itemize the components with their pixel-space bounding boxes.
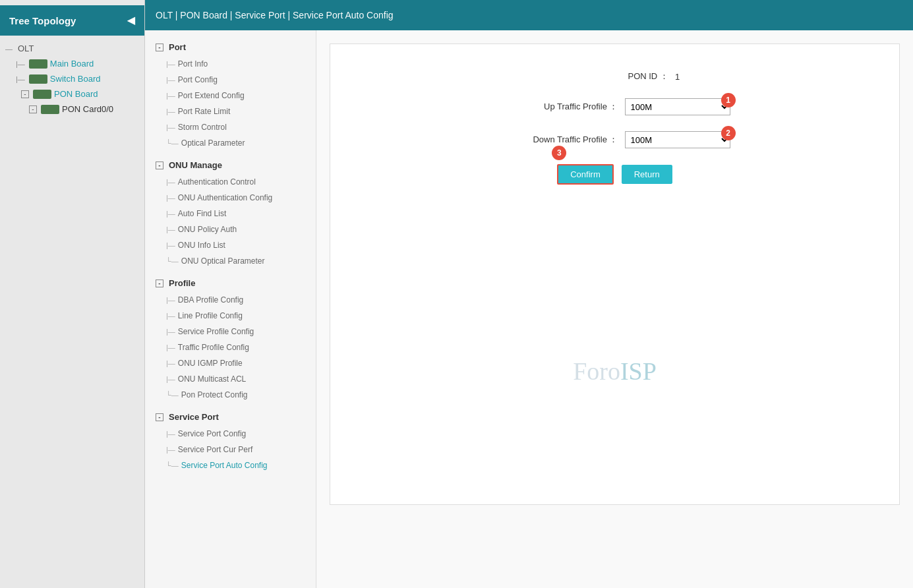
switch-board-label: Switch Board — [50, 74, 101, 84]
connector: |— — [16, 75, 25, 83]
nav-section-port-header[interactable]: - Port — [145, 38, 316, 56]
port-info-label: Port Info — [178, 59, 208, 69]
connector-icon: |— — [166, 194, 175, 202]
return-button[interactable]: Return — [622, 165, 672, 184]
nav-item-auth-control[interactable]: |— Authentication Control — [145, 174, 316, 190]
nav-item-service-port-cur-perf[interactable]: |— Service Port Cur Perf — [145, 442, 316, 457]
confirm-wrapper: Confirm 3 — [557, 164, 614, 185]
connector-icon: |— — [166, 241, 175, 249]
service-port-section-label: Service Port — [169, 412, 219, 422]
down-traffic-select[interactable]: 100M 200M 500M 1G — [625, 131, 730, 148]
nav-section-port: - Port |— Port Info |— Port Config |— Po… — [145, 38, 316, 151]
nav-item-traffic-profile[interactable]: |— Traffic Profile Config — [145, 339, 316, 355]
nav-item-onu-policy[interactable]: |— ONU Policy Auth — [145, 221, 316, 237]
connector-icon: |— — [166, 60, 175, 68]
connector-icon: └— — [166, 461, 179, 469]
confirm-button[interactable]: Confirm — [557, 164, 614, 185]
connector-icon: |— — [166, 123, 175, 131]
right-panel: PON ID ： 1 Up Traffic Profile ： 100M 200… — [316, 30, 913, 588]
tree-node-switch-board[interactable]: |— Switch Board — [0, 71, 144, 86]
collapse-icon[interactable]: ◀ — [127, 15, 135, 26]
up-traffic-select[interactable]: 100M 200M 500M 1G — [625, 98, 730, 115]
connector-icon: |— — [166, 375, 175, 383]
connector-icon: |— — [166, 312, 175, 320]
nav-section-onu-header[interactable]: - ONU Manage — [145, 156, 316, 174]
nav-item-line-profile[interactable]: |— Line Profile Config — [145, 308, 316, 324]
expand-profile[interactable]: - — [156, 279, 163, 287]
sidebar-title: Tree Topology ◀ — [0, 5, 144, 36]
form-panel: PON ID ： 1 Up Traffic Profile ： 100M 200… — [330, 44, 900, 505]
nav-section-onu: - ONU Manage |— Authentication Control |… — [145, 156, 316, 269]
tree-node-pon-board[interactable]: - PON Board — [0, 86, 144, 102]
nav-item-port-info[interactable]: |— Port Info — [145, 56, 316, 72]
pon-card-label: PON Card0/0 — [62, 104, 113, 114]
sidebar-title-label: Tree Topology — [9, 15, 76, 26]
tree-topology: — OLT |— Main Board |— Switch Board - PO… — [0, 36, 144, 122]
connector-icon: |— — [166, 107, 175, 115]
port-extend-label: Port Extend Config — [178, 91, 245, 100]
nav-item-service-profile[interactable]: |— Service Profile Config — [145, 324, 316, 339]
step-badge-2: 2 — [721, 126, 736, 140]
nav-item-port-extend[interactable]: |— Port Extend Config — [145, 88, 316, 103]
tree-node-main-board[interactable]: |— Main Board — [0, 56, 144, 71]
tree-node-pon-card[interactable]: - PON Card0/0 — [0, 102, 144, 117]
nav-item-onu-optical[interactable]: └— ONU Optical Parameter — [145, 253, 316, 269]
connector: |— — [16, 60, 25, 68]
nav-item-storm[interactable]: |— Storm Control — [145, 119, 316, 135]
breadcrumb: OLT | PON Board | Service Port | Service… — [145, 0, 913, 30]
breadcrumb-text: OLT | PON Board | Service Port | Service… — [156, 10, 394, 20]
up-traffic-row: Up Traffic Profile ： 100M 200M 500M 1G 1 — [343, 98, 886, 115]
nav-item-service-port-auto-config[interactable]: └— Service Port Auto Config — [145, 457, 316, 473]
connector-icon: |— — [166, 296, 175, 304]
nav-item-onu-auth[interactable]: |— ONU Authentication Config — [145, 190, 316, 206]
nav-section-service-port-header[interactable]: - Service Port — [145, 408, 316, 426]
nav-item-port-config[interactable]: |— Port Config — [145, 72, 316, 88]
nav-section-profile-header[interactable]: - Profile — [145, 274, 316, 292]
nav-item-onu-multicast[interactable]: |— ONU Multicast ACL — [145, 371, 316, 387]
up-traffic-label: Up Traffic Profile ： — [500, 101, 618, 113]
nav-item-optical[interactable]: └— Optical Parameter — [145, 135, 316, 151]
onu-section-label: ONU Manage — [169, 160, 222, 170]
connector-icon: |— — [166, 210, 175, 218]
down-traffic-row: Down Traffic Profile ： 100M 200M 500M 1G… — [343, 131, 886, 148]
switch-board-icon — [29, 74, 47, 84]
expand-pon-card[interactable]: - — [29, 105, 37, 113]
nav-item-auto-find[interactable]: |— Auto Find List — [145, 206, 316, 221]
port-config-label: Port Config — [178, 75, 218, 84]
nav-item-service-port-config[interactable]: |— Service Port Config — [145, 426, 316, 442]
connector-icon: |— — [166, 76, 175, 84]
step-badge-1: 1 — [721, 93, 736, 107]
nav-item-port-rate[interactable]: |— Port Rate Limit — [145, 103, 316, 119]
pon-board-label: PON Board — [54, 89, 98, 99]
expand-port[interactable]: - — [156, 44, 163, 51]
olt-label: OLT — [18, 44, 34, 53]
up-traffic-wrapper: 100M 200M 500M 1G 1 — [625, 98, 730, 115]
expand-pon-board[interactable]: - — [21, 90, 29, 98]
pon-id-value: 1 — [675, 72, 680, 82]
main-board-icon — [29, 59, 47, 69]
port-rate-label: Port Rate Limit — [178, 107, 230, 116]
profile-section-label: Profile — [169, 278, 195, 288]
nav-section-profile: - Profile |— DBA Profile Config |— Line … — [145, 274, 316, 403]
watermark: ForoISP — [573, 357, 657, 386]
expand-onu[interactable]: - — [156, 162, 163, 169]
middle-nav: - Port |— Port Info |— Port Config |— Po… — [145, 30, 316, 588]
pon-id-label: PON ID ： — [550, 71, 668, 82]
pon-card-icon — [41, 105, 59, 114]
expand-service-port[interactable]: - — [156, 413, 163, 421]
connector-icon: |— — [166, 446, 175, 454]
connector-icon: └— — [166, 257, 179, 265]
port-section-label: Port — [169, 42, 186, 52]
pon-board-icon — [33, 90, 51, 99]
step-badge-3: 3 — [552, 146, 566, 160]
buttons-row: Confirm 3 Return — [343, 164, 886, 185]
nav-item-dba[interactable]: |— DBA Profile Config — [145, 292, 316, 308]
down-traffic-wrapper: 100M 200M 500M 1G 2 — [625, 131, 730, 148]
nav-item-onu-info[interactable]: |— ONU Info List — [145, 237, 316, 253]
connector-icon: |— — [166, 328, 175, 336]
connector-icon: |— — [166, 430, 175, 438]
nav-item-onu-igmp[interactable]: |— ONU IGMP Profile — [145, 355, 316, 371]
main-board-label: Main Board — [50, 59, 94, 69]
nav-item-pon-protect[interactable]: └— Pon Protect Config — [145, 387, 316, 403]
tree-node-olt[interactable]: — OLT — [0, 41, 144, 56]
